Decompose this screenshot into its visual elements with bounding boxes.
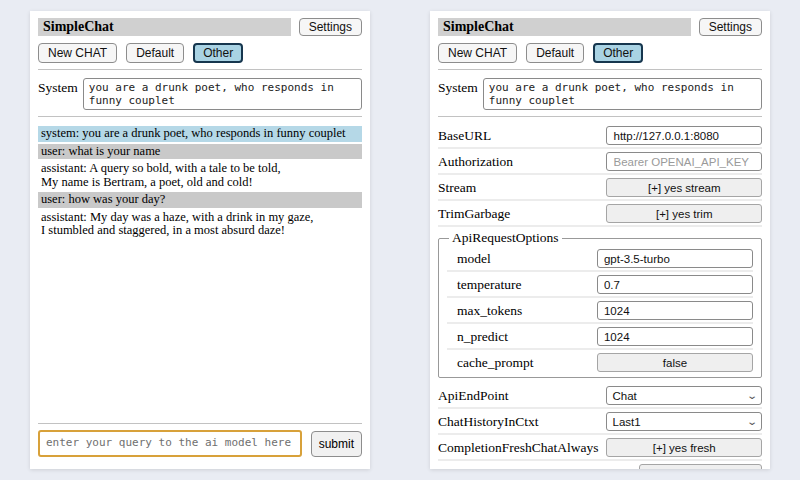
session-tab-default[interactable]: Default — [126, 43, 184, 63]
title-bar: SimpleChat Settings — [38, 18, 362, 36]
n-predict-input[interactable] — [597, 327, 753, 346]
baseurl-label: BaseURL — [438, 128, 491, 144]
setting-row-api-endpoint: ApiEndPoint Chat ⌄ — [438, 383, 762, 409]
session-tab-default[interactable]: Default — [526, 43, 584, 63]
api-request-options-legend: ApiRequestOptions — [449, 230, 562, 246]
api-endpoint-select[interactable]: Chat ⌄ — [606, 386, 762, 405]
stream-toggle-button[interactable]: [+] yes stream — [606, 178, 762, 197]
completion-fresh-label: CompletionFreshChatAlways — [438, 440, 599, 456]
trimgarbage-label: TrimGarbage — [438, 206, 510, 222]
system-label: System — [38, 78, 78, 96]
authorization-label: Authorization — [438, 154, 513, 170]
trimgarbage-toggle-button[interactable]: [+] yes trim — [606, 204, 762, 223]
session-buttons: New CHAT Default Other — [38, 43, 362, 63]
chat-message-user: user: what is your name — [38, 144, 362, 160]
settings-panel: SimpleChat Settings New CHAT Default Oth… — [430, 11, 770, 469]
divider — [438, 116, 762, 117]
chat-message-assistant: assistant: My day was a haze, with a dri… — [38, 210, 362, 239]
system-prompt-row: System you are a drunk poet, who respond… — [438, 78, 762, 110]
cache-prompt-toggle-button[interactable]: false — [597, 353, 753, 372]
chat-history-select[interactable]: Last1 ⌄ — [606, 412, 762, 431]
setting-row-cache-prompt: cache_prompt false — [447, 350, 753, 374]
spacer — [38, 241, 362, 418]
divider — [438, 69, 762, 70]
title-bar: SimpleChat Settings — [438, 18, 762, 36]
query-input[interactable] — [38, 430, 302, 457]
divider — [38, 116, 362, 117]
insert-role-prefix-label: CompletionInsertStandardRolePrefix — [438, 466, 639, 470]
chat-message-list: system: you are a drunk poet, who respon… — [38, 126, 362, 241]
max-tokens-input[interactable] — [597, 301, 753, 320]
chat-history-value: Last1 — [612, 416, 640, 428]
query-input-row: submit — [38, 430, 362, 457]
api-endpoint-label: ApiEndPoint — [438, 388, 509, 404]
system-prompt-input[interactable]: you are a drunk poet, who responds in fu… — [483, 78, 762, 110]
api-request-options-fieldset: ApiRequestOptions model temperature max_… — [438, 230, 762, 378]
app-title: SimpleChat — [38, 18, 291, 36]
completion-fresh-toggle-button[interactable]: [+] yes fresh — [606, 438, 762, 457]
setting-row-authorization: Authorization — [438, 149, 762, 175]
setting-row-stream: Stream [+] yes stream — [438, 175, 762, 201]
system-prompt-row: System you are a drunk poet, who respond… — [38, 78, 362, 110]
cache-prompt-label: cache_prompt — [447, 355, 533, 371]
setting-row-chat-history: ChatHistoryInCtxt Last1 ⌄ — [438, 409, 762, 435]
setting-row-n-predict: n_predict — [447, 324, 753, 350]
n-predict-label: n_predict — [447, 329, 508, 345]
setting-row-insert-role-prefix: CompletionInsertStandardRolePrefix [-] d… — [438, 461, 762, 469]
setting-row-baseurl: BaseURL — [438, 123, 762, 149]
stream-label: Stream — [438, 180, 476, 196]
chat-message-user: user: how was your day? — [38, 192, 362, 208]
chat-message-assistant: assistant: A query so bold, with a tale … — [38, 161, 362, 190]
submit-button[interactable]: submit — [311, 431, 362, 457]
setting-row-completion-fresh: CompletionFreshChatAlways [+] yes fresh — [438, 435, 762, 461]
divider — [38, 423, 362, 424]
temperature-input[interactable] — [597, 275, 753, 294]
authorization-input[interactable] — [606, 152, 762, 171]
app-title: SimpleChat — [438, 18, 691, 36]
max-tokens-label: max_tokens — [447, 303, 522, 319]
setting-row-temperature: temperature — [447, 272, 753, 298]
insert-role-prefix-toggle-button[interactable]: [-] dont insert — [639, 464, 762, 469]
divider — [38, 69, 362, 70]
model-label: model — [447, 251, 491, 267]
chat-message-system: system: you are a drunk poet, who respon… — [38, 126, 362, 142]
chevron-down-icon: ⌄ — [746, 417, 758, 427]
system-prompt-input[interactable]: you are a drunk poet, who responds in fu… — [83, 78, 362, 110]
api-endpoint-value: Chat — [612, 390, 636, 402]
session-buttons: New CHAT Default Other — [438, 43, 762, 63]
chat-panel: SimpleChat Settings New CHAT Default Oth… — [30, 11, 370, 469]
setting-row-trimgarbage: TrimGarbage [+] yes trim — [438, 201, 762, 227]
system-label: System — [438, 78, 478, 96]
chat-history-label: ChatHistoryInCtxt — [438, 414, 539, 430]
new-chat-button[interactable]: New CHAT — [438, 43, 517, 63]
settings-button[interactable]: Settings — [699, 18, 762, 36]
model-input[interactable] — [597, 249, 753, 268]
settings-button[interactable]: Settings — [299, 18, 362, 36]
temperature-label: temperature — [447, 277, 521, 293]
session-tab-other[interactable]: Other — [193, 43, 243, 63]
setting-row-model: model — [447, 246, 753, 272]
setting-row-max-tokens: max_tokens — [447, 298, 753, 324]
session-tab-other[interactable]: Other — [593, 43, 643, 63]
baseurl-input[interactable] — [606, 126, 762, 145]
new-chat-button[interactable]: New CHAT — [38, 43, 117, 63]
chevron-down-icon: ⌄ — [746, 391, 758, 401]
